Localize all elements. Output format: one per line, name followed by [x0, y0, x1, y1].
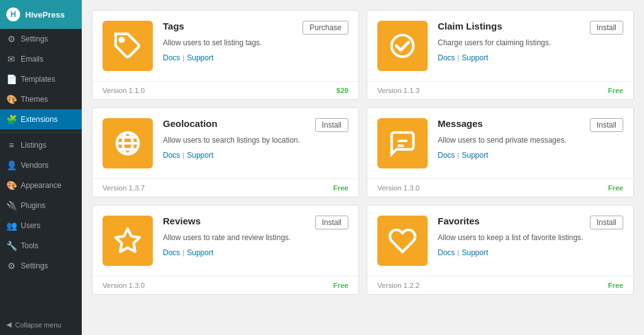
extension-icon-reviews: [103, 216, 153, 266]
extension-version-geolocation: Version 1.3.7: [103, 184, 145, 192]
docs-link-favorites[interactable]: Docs: [438, 248, 455, 257]
collapse-arrow-icon: ◀: [6, 321, 11, 329]
extension-icon-favorites: [377, 216, 428, 266]
sidebar-item-extensions[interactable]: 🧩 Extensions: [0, 109, 82, 129]
extension-info-reviews: Reviews Install Allow users to rate and …: [163, 216, 348, 257]
extension-header: Favorites Install: [438, 216, 623, 229]
extension-links-geolocation: Docs | Support: [163, 151, 348, 160]
sidebar-item-themes[interactable]: 🎨 Themes: [0, 89, 82, 109]
extension-price-geolocation: Free: [333, 184, 348, 192]
extension-title-favorites: Favorites: [438, 216, 480, 226]
extension-card-geolocation: Geolocation Install Allow users to searc…: [92, 107, 359, 197]
extension-title-claim-listings: Claim Listings: [438, 21, 502, 31]
support-link-reviews[interactable]: Support: [187, 248, 213, 257]
sidebar-logo-text: HivePress: [25, 10, 65, 19]
sidebar-item-plugins[interactable]: 🔌 Plugins: [0, 195, 82, 216]
extension-title-reviews: Reviews: [163, 216, 201, 226]
svg-point-0: [120, 38, 124, 42]
link-separator: |: [182, 249, 184, 256]
sidebar-item-vendors[interactable]: 👤 Vendors: [0, 155, 82, 175]
vendors-icon: 👤: [6, 160, 16, 170]
extension-icon-messages: [377, 118, 428, 168]
support-link-claim-listings[interactable]: Support: [462, 53, 488, 62]
docs-link-reviews[interactable]: Docs: [163, 248, 180, 257]
docs-link-tags[interactable]: Docs: [163, 53, 180, 62]
sidebar: H HivePress ⚙ Settings ✉ Emails 📄 Templa…: [0, 0, 82, 335]
extension-title-geolocation: Geolocation: [163, 118, 218, 129]
hivepress-logo-icon: H: [6, 8, 20, 21]
extension-footer-messages: Version 1.3.0 Free: [367, 178, 633, 197]
extension-desc-favorites: Allow users to keep a list of favorite l…: [438, 233, 623, 243]
extension-version-tags: Version 1.1.0: [103, 87, 145, 94]
sidebar-item-users[interactable]: 👥 Users: [0, 216, 82, 236]
extension-card-top: Messages Install Allow users to send pri…: [367, 108, 633, 178]
install-button-claim-listings[interactable]: Install: [590, 21, 623, 35]
extension-card-top: Reviews Install Allow users to rate and …: [92, 206, 358, 276]
support-link-geolocation[interactable]: Support: [187, 151, 213, 160]
link-separator: |: [182, 54, 184, 62]
extension-card-messages: Messages Install Allow users to send pri…: [367, 107, 634, 197]
extension-card-top: Claim Listings Install Charge users for …: [367, 11, 633, 81]
listings-icon: ≡: [6, 140, 16, 150]
sidebar-item-templates[interactable]: 📄 Templates: [0, 69, 82, 89]
sidebar-item-tools[interactable]: 🔧 Tools: [0, 236, 82, 256]
plugins-icon: 🔌: [6, 200, 16, 211]
sidebar-item-label: Emails: [21, 55, 43, 63]
wp-settings-icon: ⚙: [6, 261, 16, 271]
extension-title-messages: Messages: [438, 118, 483, 129]
extension-footer-reviews: Version 1.3.0 Free: [92, 276, 358, 294]
install-button-geolocation[interactable]: Install: [315, 118, 348, 132]
extension-card-top: Geolocation Install Allow users to searc…: [92, 108, 358, 178]
extension-header: Geolocation Install: [163, 118, 348, 132]
collapse-menu-button[interactable]: ◀ Collapse menu: [0, 314, 82, 335]
extension-card-reviews: Reviews Install Allow users to rate and …: [92, 205, 359, 295]
docs-link-messages[interactable]: Docs: [438, 151, 455, 160]
main-content: Tags Purchase Allow users to set listing…: [82, 0, 644, 335]
extension-header: Reviews Install: [163, 216, 348, 229]
sidebar-item-wp-settings[interactable]: ⚙ Settings: [0, 256, 82, 276]
extension-price-tags: $29: [336, 87, 348, 94]
settings-icon: ⚙: [6, 34, 16, 44]
sidebar-item-label: Listings: [21, 141, 47, 150]
sidebar-item-appearance[interactable]: 🎨 Appearance: [0, 175, 82, 195]
link-separator: |: [457, 54, 459, 62]
extension-price-reviews: Free: [333, 282, 348, 289]
sidebar-item-label: Templates: [21, 75, 55, 84]
tools-icon: 🔧: [6, 241, 16, 251]
emails-icon: ✉: [6, 54, 16, 64]
install-button-reviews[interactable]: Install: [315, 216, 348, 229]
docs-link-claim-listings[interactable]: Docs: [438, 53, 455, 62]
extension-info-tags: Tags Purchase Allow users to set listing…: [163, 21, 348, 62]
sidebar-item-label: Settings: [21, 261, 48, 270]
extension-version-messages: Version 1.3.0: [377, 184, 419, 192]
extension-card-claim-listings: Claim Listings Install Charge users for …: [367, 10, 634, 100]
extension-info-geolocation: Geolocation Install Allow users to searc…: [163, 118, 348, 160]
extension-footer-claim-listings: Version 1.1.3 Free: [367, 81, 633, 99]
extension-card-favorites: Favorites Install Allow users to keep a …: [367, 205, 634, 295]
extension-icon-tags: [103, 21, 153, 71]
extension-desc-geolocation: Allow users to search listings by locati…: [163, 135, 348, 146]
extension-version-favorites: Version 1.2.2: [377, 282, 419, 289]
sidebar-logo[interactable]: H HivePress: [0, 0, 82, 29]
extension-card-tags: Tags Purchase Allow users to set listing…: [92, 10, 359, 100]
extension-info-claim-listings: Claim Listings Install Charge users for …: [438, 21, 623, 62]
support-link-favorites[interactable]: Support: [462, 248, 488, 257]
link-separator: |: [457, 249, 459, 256]
link-separator: |: [457, 151, 459, 159]
sidebar-item-listings[interactable]: ≡ Listings: [0, 135, 82, 155]
sidebar-item-emails[interactable]: ✉ Emails: [0, 49, 82, 69]
docs-link-geolocation[interactable]: Docs: [163, 151, 180, 160]
extension-version-claim-listings: Version 1.1.3: [377, 87, 419, 94]
sidebar-item-label: Appearance: [21, 181, 62, 190]
support-link-messages[interactable]: Support: [462, 151, 488, 160]
themes-icon: 🎨: [6, 94, 16, 104]
install-button-messages[interactable]: Install: [590, 118, 623, 132]
extension-links-tags: Docs | Support: [163, 53, 348, 62]
extension-header: Claim Listings Install: [438, 21, 623, 35]
install-button-favorites[interactable]: Install: [590, 216, 623, 229]
support-link-tags[interactable]: Support: [187, 53, 213, 62]
sidebar-item-settings[interactable]: ⚙ Settings: [0, 29, 82, 49]
sidebar-item-label: Themes: [21, 95, 48, 104]
extension-desc-tags: Allow users to set listing tags.: [163, 38, 348, 48]
purchase-button-tags[interactable]: Purchase: [303, 21, 348, 35]
